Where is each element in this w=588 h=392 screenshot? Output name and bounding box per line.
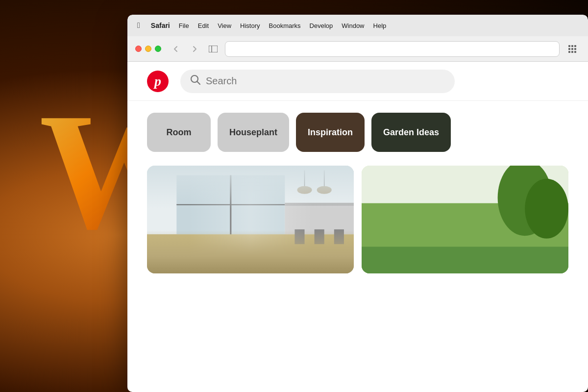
sidebar-toggle-button[interactable] — [206, 42, 220, 56]
mac-menubar:  Safari File Edit View History Bookmark… — [127, 15, 588, 36]
menu-file[interactable]: File — [179, 22, 189, 29]
address-bar[interactable] — [225, 41, 560, 57]
app-name: Safari — [151, 22, 170, 29]
svg-rect-15 — [147, 234, 354, 273]
svg-rect-32 — [362, 247, 568, 273]
pinterest-header: p Search — [127, 62, 588, 101]
svg-rect-4 — [574, 45, 576, 47]
browser-content: p Search Room Houseplant Inspiration — [127, 62, 588, 392]
category-inspiration[interactable]: Inspiration — [296, 113, 365, 152]
back-button[interactable] — [169, 42, 183, 56]
traffic-lights — [135, 46, 161, 52]
menu-develop[interactable]: Develop — [310, 22, 333, 29]
svg-point-26 — [317, 186, 332, 194]
svg-point-24 — [297, 186, 312, 194]
menu-edit[interactable]: Edit — [198, 22, 209, 29]
svg-rect-6 — [571, 48, 573, 50]
menu-window[interactable]: Window — [342, 22, 364, 29]
svg-rect-14 — [147, 166, 354, 234]
svg-line-12 — [197, 82, 200, 85]
svg-rect-10 — [574, 51, 576, 53]
menu-history[interactable]: History — [240, 22, 260, 29]
menu-view[interactable]: View — [218, 22, 231, 29]
browser-window:  Safari File Edit View History Bookmark… — [127, 15, 588, 392]
grid-item-interior[interactable] — [147, 166, 354, 273]
interior-image — [147, 166, 354, 273]
svg-rect-23 — [334, 229, 344, 244]
svg-rect-2 — [568, 45, 570, 47]
close-button[interactable] — [135, 46, 142, 52]
search-icon — [190, 74, 201, 88]
category-garden-ideas[interactable]: Garden Ideas — [371, 113, 451, 152]
category-room[interactable]: Room — [147, 113, 211, 152]
svg-rect-8 — [568, 51, 570, 53]
menu-bookmarks[interactable]: Bookmarks — [269, 22, 301, 29]
apple-logo-icon:  — [137, 21, 140, 30]
search-bar[interactable]: Search — [180, 70, 455, 93]
svg-rect-13 — [147, 166, 354, 273]
pinterest-logo[interactable]: p — [147, 71, 169, 92]
image-grid — [127, 162, 588, 277]
category-section: Room Houseplant Inspiration Garden Ideas — [127, 101, 588, 162]
svg-rect-19 — [285, 205, 354, 234]
garden-image — [362, 166, 568, 273]
browser-toolbar — [127, 36, 588, 62]
svg-rect-16 — [176, 175, 285, 235]
grid-item-garden[interactable] — [362, 166, 568, 273]
pinterest-logo-letter: p — [154, 74, 161, 89]
svg-rect-22 — [315, 229, 324, 244]
laptop-frame:  Safari File Edit View History Bookmark… — [127, 15, 588, 392]
search-placeholder-text: Search — [206, 75, 237, 87]
maximize-button[interactable] — [155, 46, 161, 52]
svg-rect-5 — [568, 48, 570, 50]
category-houseplant[interactable]: Houseplant — [218, 113, 289, 152]
forward-button[interactable] — [188, 42, 201, 56]
svg-rect-3 — [571, 45, 573, 47]
svg-rect-21 — [294, 229, 304, 244]
svg-rect-0 — [209, 46, 218, 52]
svg-rect-20 — [285, 203, 354, 206]
svg-point-31 — [525, 179, 568, 239]
svg-rect-9 — [571, 51, 573, 53]
svg-rect-7 — [574, 48, 576, 50]
tab-overview-button[interactable] — [564, 41, 580, 57]
minimize-button[interactable] — [145, 46, 151, 52]
menu-help[interactable]: Help — [373, 22, 387, 29]
